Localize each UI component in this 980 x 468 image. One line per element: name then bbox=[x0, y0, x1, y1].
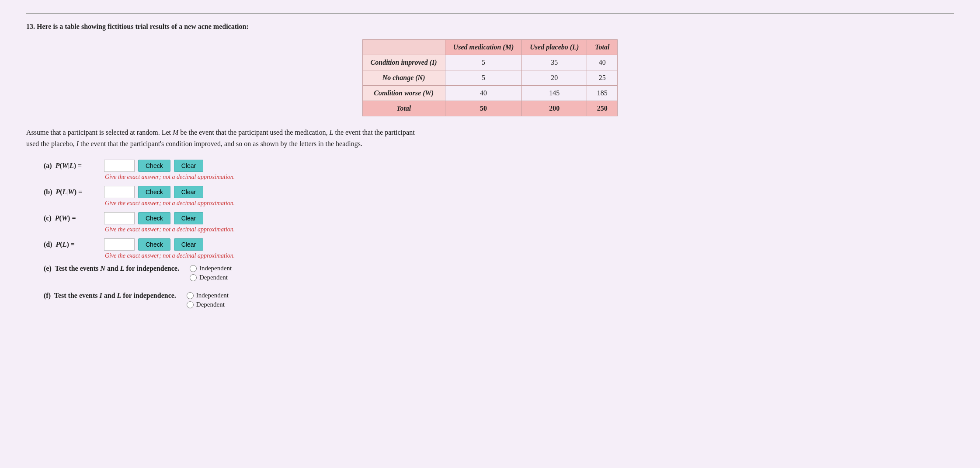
part-c-check-button[interactable]: Check bbox=[138, 212, 170, 224]
table-cell-row0-col1: 5 bbox=[445, 55, 522, 70]
part-f-radio-dependent[interactable] bbox=[187, 301, 194, 308]
table-header-0 bbox=[362, 40, 445, 55]
table-cell-row0-col2: 35 bbox=[522, 55, 587, 70]
table-cell-total-col3: 250 bbox=[587, 101, 618, 116]
part-d-hint: Give the exact answer; not a decimal app… bbox=[105, 252, 954, 259]
table-cell-total-col1: 50 bbox=[445, 101, 522, 116]
table-cell-row2-col2: 145 bbox=[522, 86, 587, 101]
part-b-check-button[interactable]: Check bbox=[138, 186, 170, 198]
part-e-option-independent[interactable]: Independent bbox=[190, 265, 232, 272]
part-c-row: (c) P(W) = Check Clear bbox=[44, 212, 954, 224]
part-b-hint: Give the exact answer; not a decimal app… bbox=[105, 200, 954, 207]
table-cell-row1-col3: 25 bbox=[587, 70, 618, 86]
table-row: No change (N) 5 20 25 bbox=[362, 70, 618, 86]
part-f-label: (f) Test the events I and L for independ… bbox=[44, 292, 176, 300]
table-cell-row0-col3: 40 bbox=[587, 55, 618, 70]
question-number: 13. Here is a table showing fictitious t… bbox=[26, 23, 954, 31]
part-c-input[interactable] bbox=[104, 212, 135, 224]
part-a-label: (a) P(WL) = bbox=[44, 162, 101, 170]
part-e-radio-independent[interactable] bbox=[190, 265, 197, 272]
part-d-clear-button[interactable]: Clear bbox=[174, 238, 203, 251]
parts-container: (a) P(WL) = Check Clear Give the exact a… bbox=[44, 160, 954, 308]
part-b-clear-button[interactable]: Clear bbox=[174, 186, 203, 198]
part-e-dependent-label: Dependent bbox=[199, 274, 228, 281]
table-header-3: Total bbox=[587, 40, 618, 55]
table-cell-row2-col1: 40 bbox=[445, 86, 522, 101]
part-e-label: (e) Test the events N and L for independ… bbox=[44, 265, 179, 272]
part-e-radio-group: Independent Dependent bbox=[190, 265, 232, 281]
part-a-check-button[interactable]: Check bbox=[138, 160, 170, 172]
table-row: Condition improved (I) 5 35 40 bbox=[362, 55, 618, 70]
part-e-radio-dependent[interactable] bbox=[190, 274, 197, 281]
part-c-label: (c) P(W) = bbox=[44, 214, 101, 222]
table-cell-row1-col0: No change (N) bbox=[362, 70, 445, 86]
table-cell-total-col2: 200 bbox=[522, 101, 587, 116]
table-cell-row1-col2: 20 bbox=[522, 70, 587, 86]
part-d-input[interactable] bbox=[104, 238, 135, 251]
part-e-independent-label: Independent bbox=[199, 265, 232, 272]
question-description: Assume that a participant is selected at… bbox=[26, 127, 420, 149]
part-d-label: (d) P(L) = bbox=[44, 241, 101, 248]
table-row-total: Total 50 200 250 bbox=[362, 101, 618, 116]
table-cell-row0-col0: Condition improved (I) bbox=[362, 55, 445, 70]
part-a-hint: Give the exact answer; not a decimal app… bbox=[105, 174, 954, 181]
part-b-input[interactable] bbox=[104, 186, 135, 198]
part-a-input[interactable] bbox=[104, 160, 135, 172]
part-a-row: (a) P(WL) = Check Clear bbox=[44, 160, 954, 172]
part-f-radio-independent[interactable] bbox=[187, 292, 194, 299]
table-header-2: Used placebo (L) bbox=[522, 40, 587, 55]
table-header-1: Used medication (M) bbox=[445, 40, 522, 55]
table-row: Condition worse (W) 40 145 185 bbox=[362, 86, 618, 101]
part-c-clear-button[interactable]: Clear bbox=[174, 212, 203, 224]
part-c-hint: Give the exact answer; not a decimal app… bbox=[105, 226, 954, 233]
part-f-row: (f) Test the events I and L for independ… bbox=[44, 292, 954, 308]
part-f-option-dependent[interactable]: Dependent bbox=[187, 301, 229, 308]
data-table-wrapper: Used medication (M) Used placebo (L) Tot… bbox=[26, 39, 954, 116]
part-b-row: (b) P(LW) = Check Clear bbox=[44, 186, 954, 198]
table-cell-row2-col0: Condition worse (W) bbox=[362, 86, 445, 101]
table-cell-total-col0: Total bbox=[362, 101, 445, 116]
question-number-text: 13. bbox=[26, 23, 35, 30]
part-f-radio-group: Independent Dependent bbox=[187, 292, 229, 308]
part-f-independent-label: Independent bbox=[196, 292, 229, 299]
table-cell-row2-col3: 185 bbox=[587, 86, 618, 101]
part-e-option-dependent[interactable]: Dependent bbox=[190, 274, 232, 281]
data-table: Used medication (M) Used placebo (L) Tot… bbox=[362, 39, 618, 116]
part-a-clear-button[interactable]: Clear bbox=[174, 160, 203, 172]
part-b-label: (b) P(LW) = bbox=[44, 188, 101, 196]
part-d-check-button[interactable]: Check bbox=[138, 238, 170, 251]
part-f-dependent-label: Dependent bbox=[196, 301, 225, 308]
question-intro: Here is a table showing fictitious trial… bbox=[37, 23, 249, 30]
part-d-row: (d) P(L) = Check Clear bbox=[44, 238, 954, 251]
part-e-row: (e) Test the events N and L for independ… bbox=[44, 265, 954, 281]
table-cell-row1-col1: 5 bbox=[445, 70, 522, 86]
part-f-option-independent[interactable]: Independent bbox=[187, 292, 229, 299]
